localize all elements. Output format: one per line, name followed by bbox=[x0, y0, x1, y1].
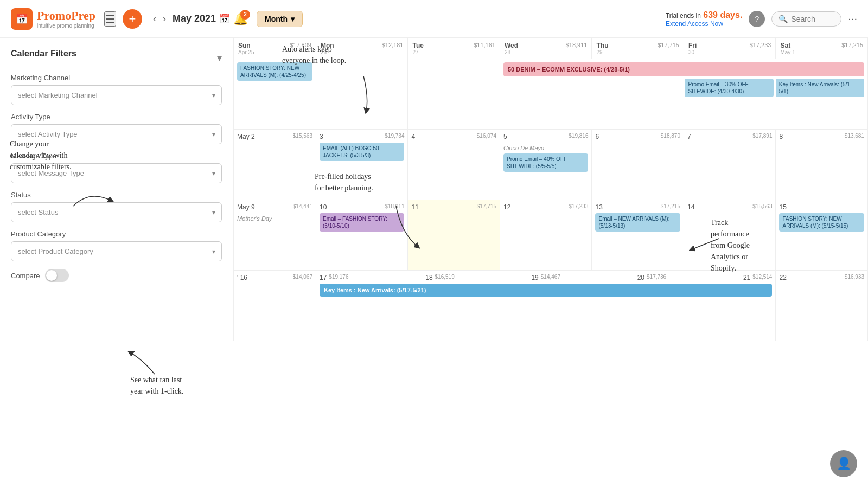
header-right: Trial ends in 639 days. Extend Access No… bbox=[666, 10, 857, 28]
cell-may9: May 9 $14,441 Mother's Day bbox=[234, 200, 316, 271]
main-layout: Calendar Filters ▾ Marketing Channel sel… bbox=[0, 38, 868, 488]
marketing-channel-label: Marketing Channel bbox=[11, 74, 222, 82]
more-options-button[interactable]: ··· bbox=[848, 12, 857, 25]
status-filter: Status select Status bbox=[11, 191, 222, 222]
event-promo-40off[interactable]: Promo Email – 40% OFF SITEWIDE: (5/5-5/5… bbox=[503, 153, 589, 172]
month-view-button[interactable]: Month ▾ bbox=[257, 11, 303, 27]
product-category-select[interactable]: select Product Category bbox=[11, 241, 222, 261]
current-month: May 2021 📅 bbox=[173, 13, 230, 24]
message-type-select[interactable]: select Message Type bbox=[11, 163, 222, 183]
header: 📅 PromoPrep intuitive promo planning ☰ +… bbox=[0, 0, 868, 38]
sidebar-collapse-icon[interactable]: ▾ bbox=[217, 52, 222, 64]
search-input[interactable] bbox=[791, 15, 834, 23]
cell-may14: 14 $15,563 bbox=[684, 200, 776, 271]
logo-text: PromoPrep intuitive promo planning bbox=[37, 9, 95, 29]
hamburger-button[interactable]: ☰ bbox=[104, 11, 116, 27]
event-email-newarrivals-13[interactable]: Email – NEW ARRIVALS (M): (5/13-5/13) bbox=[595, 213, 680, 232]
event-key-items-span[interactable]: Key Items : New Arrivals: (5/17-5/21) bbox=[320, 284, 773, 297]
cell-may8: 8 $13,681 bbox=[776, 130, 868, 200]
activity-type-label: Activity Type bbox=[11, 113, 222, 121]
app-title: PromoPrep bbox=[37, 9, 95, 23]
logo-icon: 📅 bbox=[11, 8, 33, 30]
event-fashion-story[interactable]: FASHION STORY: NEW ARRIVALS (M): (4/25-4… bbox=[237, 62, 312, 81]
marketing-channel-select[interactable]: select Marketing Channel bbox=[11, 85, 222, 105]
week-row-4: ' 16 $14,067 17 $19,176 18 $1 bbox=[234, 271, 868, 341]
calendar-area: Sun $17,809 Apr 25 Mon $12,181 26 Tue $1… bbox=[233, 38, 868, 488]
col-header-thu: Thu $17,715 29 bbox=[592, 38, 684, 59]
cell-may13: 13 $17,215 Email – NEW ARRIVALS (M): (5/… bbox=[592, 200, 684, 271]
col-header-mon: Mon $12,181 26 bbox=[316, 38, 408, 59]
event-email-fashion[interactable]: Email – FASHION STORY: (5/10-5/10) bbox=[320, 213, 405, 232]
status-select[interactable]: select Status bbox=[11, 202, 222, 222]
cell-apr28-may1-span: 50 DENIM – ECOMM EXCLUSIVE: (4/28-5/1) P… bbox=[500, 59, 867, 130]
cell-may12: 12 $17,233 bbox=[500, 200, 592, 271]
holiday-cinco: Cinco De Mayo bbox=[503, 143, 589, 153]
col-header-wed: Wed $18,911 28 bbox=[500, 38, 592, 59]
message-type-label: Message Type bbox=[11, 152, 222, 160]
activity-type-filter: Activity Type select Activity Type bbox=[11, 113, 222, 144]
cell-may2: May 2 $15,563 bbox=[234, 130, 316, 200]
search-box: 🔍 bbox=[771, 11, 841, 27]
filters-title: Calendar Filters bbox=[11, 49, 76, 59]
week-row-1: FASHION STORY: NEW ARRIVALS (M): (4/25-4… bbox=[234, 59, 868, 130]
cell-may3: 3 $19,734 EMAIL (ALL) BOGO 50 JACKETS: (… bbox=[316, 130, 408, 200]
week-row-2: May 2 $15,563 3 $19,734 EMAIL (ALL) BOGO… bbox=[234, 130, 868, 200]
col-header-fri: Fri $17,233 30 bbox=[684, 38, 776, 59]
status-label: Status bbox=[11, 191, 222, 199]
next-arrow[interactable]: › bbox=[161, 11, 168, 27]
holiday-mothers: Mother's Day bbox=[237, 213, 312, 224]
product-category-label: Product Category bbox=[11, 230, 222, 238]
cell-may6: 6 $18,870 bbox=[592, 130, 684, 200]
col-header-tue: Tue $11,161 27 bbox=[408, 38, 500, 59]
add-button[interactable]: + bbox=[123, 9, 142, 29]
notification-badge: 2 bbox=[240, 10, 250, 20]
help-button[interactable]: ? bbox=[749, 11, 765, 27]
cell-may17-21-span: 17 $19,176 18 $16,519 19 $14,467 bbox=[316, 271, 776, 341]
extend-link[interactable]: Extend Access Now bbox=[666, 20, 742, 28]
cell-may7: 7 $17,891 bbox=[684, 130, 776, 200]
calendar-header-row: Sun $17,809 Apr 25 Mon $12,181 26 Tue $1… bbox=[234, 38, 868, 59]
sidebar: Calendar Filters ▾ Marketing Channel sel… bbox=[0, 38, 233, 488]
calendar-icon: 📅 bbox=[219, 14, 230, 24]
compare-toggle[interactable] bbox=[45, 269, 69, 282]
cell-may15: 15 FASHION STORY: NEW ARRIVALS (M): (5/1… bbox=[776, 200, 868, 271]
compare-label: Compare bbox=[11, 272, 40, 280]
nav-arrows: ‹ › bbox=[151, 11, 168, 27]
cell-may4: 4 $16,074 bbox=[408, 130, 500, 200]
cell-apr27 bbox=[408, 59, 500, 130]
event-fashion-15[interactable]: FASHION STORY: NEW ARRIVALS (M): (5/15-5… bbox=[779, 213, 864, 232]
event-email-bogo[interactable]: EMAIL (ALL) BOGO 50 JACKETS: (5/3-5/3) bbox=[320, 143, 405, 161]
cell-apr25: FASHION STORY: NEW ARRIVALS (M): (4/25-4… bbox=[234, 59, 316, 130]
event-promo-email-apr30[interactable]: Promo Email – 30% OFF SITEWIDE: (4/30-4/… bbox=[685, 79, 773, 97]
search-icon: 🔍 bbox=[778, 15, 788, 23]
week-row-3: May 9 $14,441 Mother's Day 10 $18,911 Em… bbox=[234, 200, 868, 271]
message-type-filter: Message Type select Message Type bbox=[11, 152, 222, 183]
notification-button[interactable]: 🔔 2 bbox=[233, 12, 248, 26]
cell-may16: ' 16 $14,067 bbox=[234, 271, 316, 341]
activity-type-select[interactable]: select Activity Type bbox=[11, 124, 222, 144]
col-header-sat: Sat $17,215 May 1 bbox=[776, 38, 868, 59]
trial-info: Trial ends in 639 days. Extend Access No… bbox=[666, 10, 742, 28]
cell-may22: 22 $16,933 bbox=[776, 271, 868, 341]
compare-row: Compare bbox=[11, 269, 222, 282]
event-50denim[interactable]: 50 DENIM – ECOMM EXCLUSIVE: (4/28-5/1) bbox=[503, 62, 864, 76]
cell-may11: 11 $17,715 bbox=[408, 200, 500, 271]
app-subtitle: intuitive promo planning bbox=[37, 23, 95, 29]
marketing-channel-filter: Marketing Channel select Marketing Chann… bbox=[11, 74, 222, 105]
prev-arrow[interactable]: ‹ bbox=[151, 11, 158, 27]
col-header-sun: Sun $17,809 Apr 25 bbox=[234, 38, 316, 59]
product-category-filter: Product Category select Product Category bbox=[11, 230, 222, 261]
logo-area: 📅 PromoPrep intuitive promo planning bbox=[11, 8, 95, 30]
cell-apr26 bbox=[316, 59, 408, 130]
cell-may5: 5 $19,816 Cinco De Mayo Promo Email – 40… bbox=[500, 130, 592, 200]
cell-may10: 10 $18,911 Email – FASHION STORY: (5/10-… bbox=[316, 200, 408, 271]
event-key-items-may1[interactable]: Key Items : New Arrivals: (5/1-5/1) bbox=[776, 79, 864, 97]
